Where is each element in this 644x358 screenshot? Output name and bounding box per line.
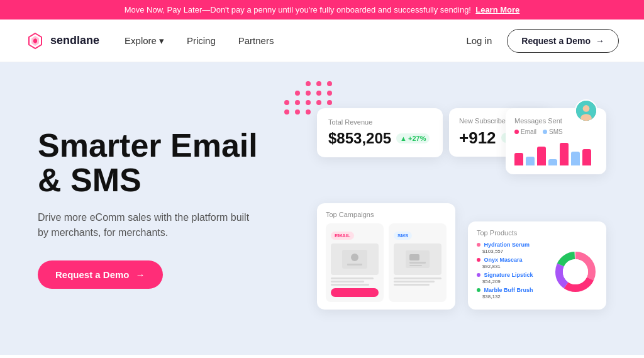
nav-links: Explore ▾ Pricing Partners [125, 35, 466, 47]
avatar [575, 99, 597, 122]
bar-4 [548, 159, 557, 165]
svg-point-15 [563, 259, 588, 284]
campaign-sms: SMS [389, 223, 447, 302]
revenue-badge: ▲ +27% [396, 133, 430, 143]
hero-section: Smarter Email & SMS Drive more eComm sal… [0, 62, 644, 355]
logo-text: sendlane [50, 34, 99, 47]
nav-explore[interactable]: Explore ▾ [125, 35, 164, 47]
sms-preview [394, 243, 441, 275]
bar-3 [537, 147, 546, 165]
bar-5 [560, 143, 569, 165]
product-dot-2 [477, 258, 480, 262]
hero-subtitle: Drive more eComm sales with the platform… [38, 210, 252, 240]
revenue-amount: $853,205 ▲ +27% [328, 130, 431, 147]
campaigns-inner: EMAIL [326, 223, 447, 302]
arrow-icon: → [596, 36, 604, 46]
messages-card: Messages Sent Email SMS [506, 108, 606, 174]
list-item: Hydration Serum $103,557 [477, 242, 547, 254]
bar-6 [571, 152, 580, 165]
svg-rect-7 [409, 254, 419, 260]
products-label: Top Products [477, 229, 597, 237]
list-item: Onyx Mascara $92,831 [477, 257, 547, 269]
login-link[interactable]: Log in [466, 35, 492, 46]
hero-title: Smarter Email & SMS [38, 128, 302, 197]
product-dot-3 [477, 273, 480, 277]
list-item: Signature Lipstick $54,209 [477, 272, 547, 284]
product-dot-4 [477, 288, 480, 292]
main-nav: sendlane Explore ▾ Pricing Partners Log … [0, 20, 644, 62]
product-dot-1 [477, 243, 480, 247]
email-preview [331, 243, 379, 275]
revenue-card: Total Revenue $853,205 ▲ +27% [317, 108, 443, 157]
list-item: Marble Buff Brush $38,132 [477, 287, 547, 299]
nav-demo-button[interactable]: Request a Demo → [507, 29, 619, 53]
nav-actions: Log in Request a Demo → [466, 29, 619, 53]
sms-preview-icon [406, 250, 430, 268]
products-card: Top Products Hydration Serum $103,557 On… [468, 221, 606, 310]
logo[interactable]: sendlane [25, 31, 99, 51]
hero-content: Smarter Email & SMS Drive more eComm sal… [38, 128, 302, 288]
dashboard-area: Total Revenue $853,205 ▲ +27% New Subscr… [317, 108, 606, 310]
svg-point-4 [351, 254, 358, 261]
promo-banner: Move Now, Pay Later—Don't pay a penny un… [0, 0, 644, 20]
svg-rect-8 [409, 262, 426, 264]
donut-chart [553, 250, 597, 294]
nav-partners[interactable]: Partners [238, 35, 274, 46]
up-arrow-icon: ▲ [400, 135, 407, 142]
messages-bar-chart [514, 140, 597, 165]
sms-badge: SMS [394, 232, 412, 240]
chevron-down-icon: ▾ [159, 35, 164, 47]
banner-link[interactable]: Learn More [475, 5, 519, 14]
product-list: Hydration Serum $103,557 Onyx Mascara $9… [477, 242, 547, 302]
email-campaign-btn [331, 288, 379, 297]
email-preview-icon [342, 250, 367, 269]
bar-2 [526, 157, 535, 165]
email-text-lines [331, 277, 379, 286]
hero-dashboard: Total Revenue $853,205 ▲ +27% New Subscr… [302, 62, 606, 355]
campaign-email: EMAIL [326, 223, 384, 302]
campaigns-card: Top Campaigns EMAIL [317, 203, 455, 310]
sms-text-lines [394, 277, 441, 286]
bar-7 [582, 149, 591, 165]
cta-arrow-icon: → [136, 269, 145, 280]
sendlane-logo-icon [25, 31, 45, 51]
nav-pricing[interactable]: Pricing [187, 35, 216, 46]
bar-1 [514, 153, 523, 165]
revenue-label: Total Revenue [328, 118, 431, 126]
campaigns-label: Top Campaigns [326, 211, 447, 218]
banner-text: Move Now, Pay Later—Don't pay a penny un… [125, 5, 471, 14]
email-badge: EMAIL [331, 232, 354, 240]
svg-rect-5 [347, 264, 362, 266]
messages-legend: Email SMS [514, 128, 597, 135]
svg-rect-9 [409, 265, 422, 266]
svg-point-1 [583, 105, 590, 112]
hero-cta-button[interactable]: Request a Demo → [38, 260, 163, 289]
products-inner: Hydration Serum $103,557 Onyx Mascara $9… [477, 242, 597, 302]
